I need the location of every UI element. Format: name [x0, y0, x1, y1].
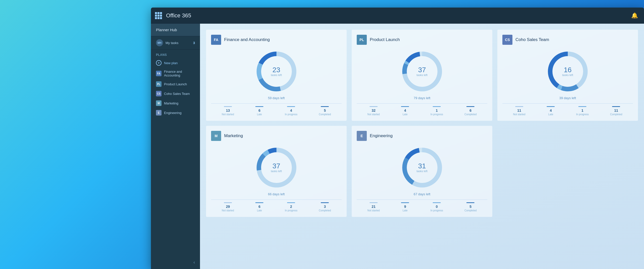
sidebar: Planner Hub MH My tasks 3 Plans + New pl…: [151, 24, 200, 269]
stat-item: 5 Completed: [319, 106, 331, 116]
sidebar-item-m[interactable]: M Marketing: [151, 98, 200, 108]
sidebar-collapse-button[interactable]: ‹: [151, 256, 200, 269]
plan-abbr-badge: M: [211, 131, 221, 141]
sidebar-item-icon: FA: [156, 71, 162, 76]
donut-container: 23 tasks left: [211, 49, 342, 94]
stat-bar: [287, 106, 295, 107]
stat-label: Not started: [513, 113, 525, 116]
donut-container: 37 tasks left: [357, 49, 487, 94]
plan-abbr-badge: PL: [357, 35, 367, 45]
planner-hub-nav[interactable]: Planner Hub: [151, 24, 200, 36]
stat-number: 29: [226, 205, 230, 209]
sidebar-item-icon: E: [156, 110, 162, 116]
stat-number: 4: [550, 108, 552, 112]
stat-bar: [578, 106, 586, 107]
stat-item: 32 Not started: [367, 106, 380, 116]
stat-label: In progress: [430, 113, 443, 116]
stat-number: 13: [226, 108, 230, 112]
stat-label: Completed: [319, 113, 331, 116]
stat-label: Not started: [222, 209, 234, 212]
donut-container: 16 tasks left: [502, 49, 633, 94]
stat-bar: [515, 106, 523, 107]
stat-label: Late: [257, 113, 262, 116]
bell-icon[interactable]: 🔔: [631, 12, 638, 19]
stat-item: 13 Not started: [222, 106, 234, 116]
sidebar-items: FA Finance and Accounting PL Product Lau…: [151, 68, 200, 118]
stat-item: 0 In progress: [430, 202, 443, 212]
stat-bar: [370, 106, 378, 107]
stat-item: 5 Completed: [464, 202, 476, 212]
stat-item: 4 In progress: [285, 106, 297, 116]
sidebar-item-label: Marketing: [164, 101, 178, 105]
stat-number: 1: [581, 108, 583, 112]
stat-label: Completed: [319, 209, 331, 212]
plan-card-e[interactable]: E Engineering 31 tasks left 67 days left…: [352, 126, 492, 217]
stat-bar: [466, 202, 474, 203]
my-tasks-nav[interactable]: MH My tasks 3: [151, 36, 200, 50]
stat-number: 5: [469, 205, 471, 209]
stat-item: 3 Completed: [319, 202, 331, 212]
stat-number: 4: [404, 108, 406, 112]
stat-item: 9 Late: [401, 202, 409, 212]
donut-container: 31 tasks left: [357, 145, 487, 190]
new-plan-label: New plan: [164, 61, 178, 65]
stat-label: Not started: [222, 113, 234, 116]
plan-card-fa[interactable]: FA Finance and Accounting 23 tasks left …: [206, 30, 347, 121]
tasks-left-label: tasks left: [562, 73, 573, 76]
sidebar-item-e[interactable]: E Engineering: [151, 108, 200, 118]
sidebar-item-fa[interactable]: FA Finance and Accounting: [151, 68, 200, 79]
tasks-left-label: tasks left: [271, 170, 282, 173]
stat-bar: [287, 202, 295, 203]
sidebar-item-icon: PL: [156, 81, 162, 87]
stat-bar: [321, 106, 329, 107]
stat-number: 32: [372, 108, 376, 112]
plan-title: Marketing: [224, 133, 243, 138]
sidebar-item-label: Coho Sales Team: [164, 92, 190, 96]
stat-bar: [433, 106, 441, 107]
stat-bar: [224, 202, 232, 203]
stat-bar: [466, 106, 474, 107]
stat-number: 11: [614, 108, 618, 112]
days-left: 39 days left: [502, 96, 633, 100]
stat-bar: [255, 202, 263, 203]
stat-number: 6: [258, 108, 260, 112]
plan-card-m[interactable]: M Marketing 37 tasks left 66 days left 2…: [206, 126, 347, 217]
new-plan-plus-icon: +: [156, 60, 162, 66]
plan-abbr-badge: FA: [211, 35, 221, 45]
days-left: 66 days left: [211, 192, 342, 196]
stat-item: 2 In progress: [285, 202, 297, 212]
donut-label: 23 tasks left: [271, 66, 282, 76]
tasks-left-number: 37: [418, 66, 426, 73]
stat-item: 6 Completed: [464, 106, 476, 116]
days-left: 79 days left: [357, 96, 487, 100]
plan-card-header: CS Coho Sales Team: [502, 35, 633, 45]
plan-card-pl[interactable]: PL Product Launch 37 tasks left 79 days …: [352, 30, 492, 121]
new-plan-button[interactable]: + New plan: [151, 58, 200, 68]
stat-label: Late: [548, 113, 553, 116]
plan-card-cs[interactable]: CS Coho Sales Team 16 tasks left 39 days…: [497, 30, 638, 121]
stat-label: Not started: [367, 113, 380, 116]
my-tasks-label: My tasks: [166, 41, 191, 45]
stats-row: 11 Not started 4 Late 1 In progress 11 C…: [502, 103, 633, 116]
stats-row: 29 Not started 6 Late 2 In progress 3 Co…: [211, 200, 342, 212]
sidebar-item-pl[interactable]: PL Product Launch: [151, 79, 200, 89]
waffle-icon[interactable]: [155, 12, 162, 19]
donut-label: 16 tasks left: [562, 66, 573, 76]
sidebar-item-cs[interactable]: CS Coho Sales Team: [151, 89, 200, 98]
main-layout: Planner Hub MH My tasks 3 Plans + New pl…: [151, 24, 644, 269]
stat-bar: [547, 106, 555, 107]
plans-section-label: Plans: [151, 50, 200, 58]
stat-bar: [401, 106, 409, 107]
tasks-left-label: tasks left: [271, 73, 282, 76]
stat-bar: [401, 202, 409, 203]
tasks-left-number: 23: [272, 66, 280, 73]
stat-label: In progress: [285, 209, 297, 212]
app-window: Office 365 🔔 Planner Hub MH My tasks 3 P…: [151, 8, 644, 269]
stat-item: 29 Not started: [222, 202, 234, 212]
stat-number: 0: [436, 205, 438, 209]
stat-number: 6: [258, 205, 260, 209]
stat-item: 4 Late: [401, 106, 409, 116]
stat-bar: [224, 106, 232, 107]
donut-label: 37 tasks left: [417, 66, 427, 76]
stat-bar: [433, 202, 441, 203]
